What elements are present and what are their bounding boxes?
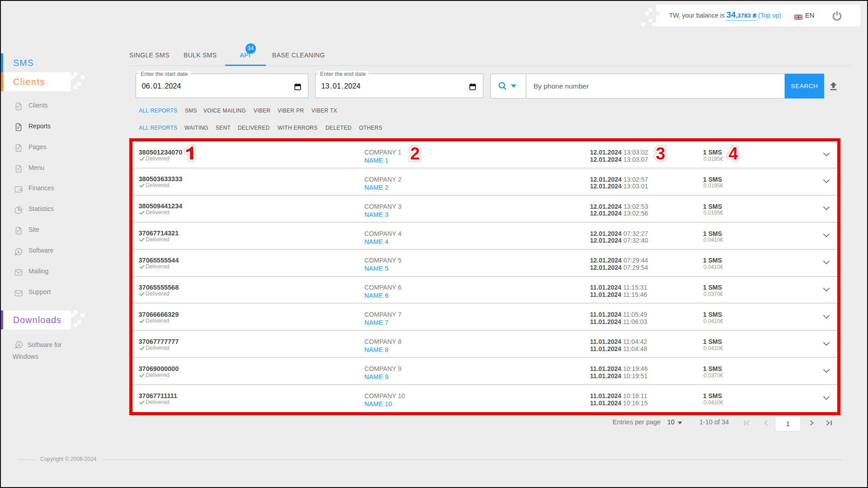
svg-text:4: 4 (728, 144, 738, 163)
svg-text:3: 3 (656, 144, 665, 163)
svg-text:2: 2 (410, 144, 420, 163)
